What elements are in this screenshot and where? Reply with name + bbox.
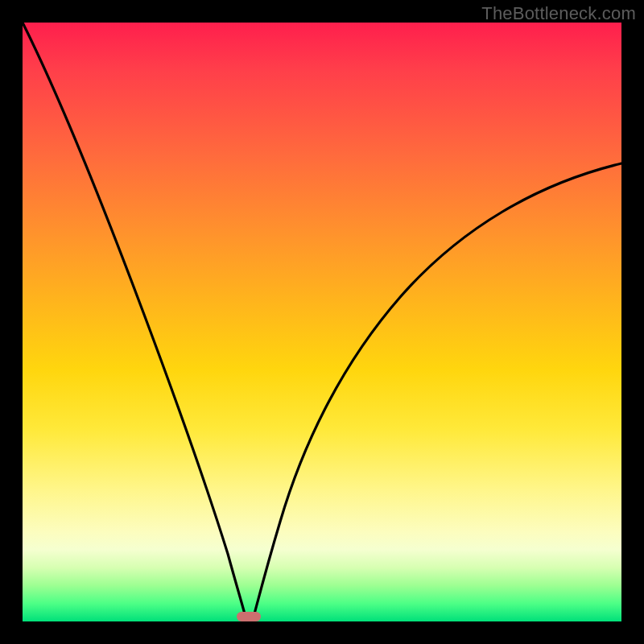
bottleneck-marker (237, 612, 261, 621)
chart-frame: TheBottleneck.com (0, 0, 644, 644)
curve-left-branch (23, 23, 246, 620)
watermark-text: TheBottleneck.com (481, 3, 636, 24)
plot-area (23, 23, 621, 621)
curve-right-branch (253, 163, 621, 620)
bottleneck-curve (23, 23, 621, 621)
